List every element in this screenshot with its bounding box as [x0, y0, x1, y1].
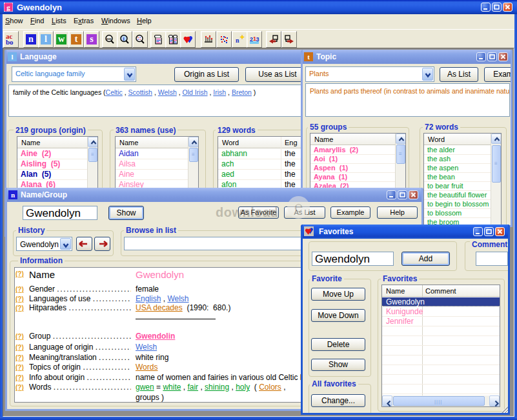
svg-text:n: n [236, 37, 239, 44]
svg-text:oo: oo [106, 37, 112, 41]
svg-text:3: 3 [256, 36, 259, 43]
svg-text:l: l [123, 36, 125, 42]
